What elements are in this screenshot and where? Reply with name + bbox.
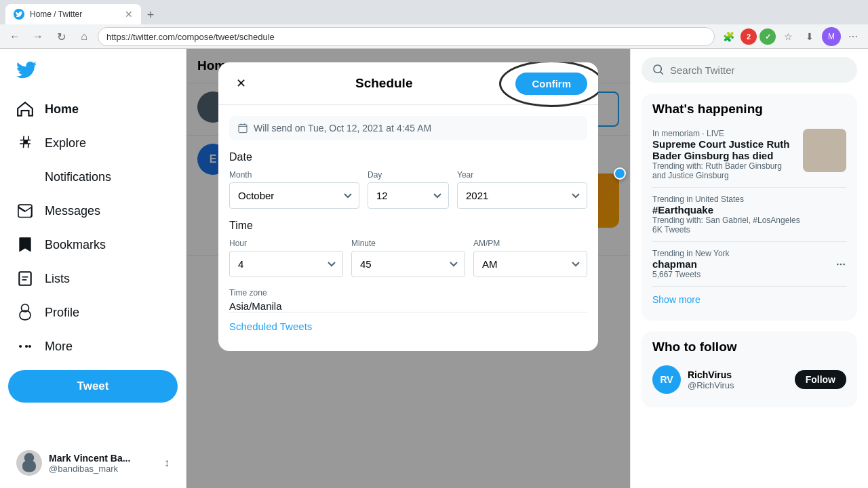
sidebar-item-explore[interactable]: Explore (8, 127, 178, 159)
lists-icon (16, 270, 34, 287)
year-label: Year (457, 170, 587, 180)
trending-count-1: Trending with: San Gabriel, #LosAngeles (652, 216, 846, 225)
ampm-label: AM/PM (473, 239, 587, 248)
notifications-icon (16, 168, 34, 186)
trending-term-0: Supreme Court Justice Ruth Bader Ginsbur… (652, 138, 797, 161)
trending-context-1: Trending in United States (652, 195, 846, 204)
twitter-logo[interactable] (8, 54, 178, 88)
minute-label: Minute (351, 239, 465, 248)
trending-item-1[interactable]: Trending in United States #Earthquake Tr… (652, 188, 846, 242)
tweet-button[interactable]: Tweet (8, 370, 178, 403)
search-box[interactable] (642, 57, 857, 83)
sidebar-profile-label: Profile (45, 306, 79, 320)
time-row: Hour 4 Minute 45 AM/PM (229, 239, 587, 277)
sidebar-item-more[interactable]: More (8, 331, 178, 362)
forward-button[interactable]: → (28, 27, 47, 46)
tab-close-icon[interactable]: ✕ (125, 9, 133, 20)
sidebar-profile[interactable]: Mark Vincent Ba... @bandibas_mark ↕ (8, 443, 178, 483)
sidebar-profile-handle: @bandibas_mark (49, 464, 157, 474)
trending-item-0[interactable]: In memoriam · LIVE Supreme Court Justice… (652, 122, 846, 188)
home-button[interactable]: ⌂ (75, 27, 94, 46)
new-tab-button[interactable]: + (141, 5, 160, 24)
show-more-trending[interactable]: Show more (652, 287, 846, 312)
more-icon (16, 338, 34, 355)
trending-context-0: In memoriam · LIVE (652, 129, 797, 138)
hour-field: Hour 4 (229, 239, 343, 277)
modal-header: ✕ Schedule Confirm (218, 62, 598, 105)
date-label: Date (229, 151, 587, 163)
sidebar-notifications-label: Notifications (45, 170, 111, 184)
modal-overlay[interactable]: ✕ Schedule Confirm Will send on Tue, Oct… (186, 49, 630, 488)
minute-select[interactable]: 45 (351, 251, 465, 277)
month-select[interactable]: October (229, 182, 359, 209)
modal-body: Will send on Tue, Oct 12, 2021 at 4:45 A… (218, 105, 598, 351)
menu-icon[interactable]: ⋯ (844, 27, 863, 46)
schedule-modal: ✕ Schedule Confirm Will send on Tue, Oct… (218, 62, 598, 351)
address-bar[interactable]: https://twitter.com/compose/tweet/schedu… (98, 27, 715, 46)
year-select[interactable]: 2021 (457, 182, 587, 209)
who-to-follow-title: Who to follow (652, 340, 846, 354)
sidebar-item-messages[interactable]: Messages (8, 195, 178, 226)
follow-name-0: RichVirus (688, 369, 788, 380)
show-more-label: Show more (652, 294, 701, 305)
month-label: Month (229, 170, 359, 180)
profile-icon (16, 304, 34, 321)
follow-button-0[interactable]: Follow (795, 370, 846, 389)
back-button[interactable]: ← (5, 27, 24, 46)
sidebar-messages-label: Messages (45, 204, 100, 218)
url-text: https://twitter.com/compose/tweet/schedu… (106, 32, 275, 42)
who-to-follow-box: Who to follow RV RichVirus @RichVirus Fo… (642, 331, 857, 407)
send-info-text: Will send on Tue, Oct 12, 2021 at 4:45 A… (254, 123, 431, 134)
day-label: Day (368, 170, 449, 180)
extensions-icon[interactable]: 🧩 (719, 27, 738, 46)
ampm-select[interactable]: AM PM (473, 251, 587, 277)
browser-profile-icon[interactable]: M (822, 27, 841, 46)
sidebar-item-bookmarks[interactable]: Bookmarks (8, 229, 178, 260)
hour-label: Hour (229, 239, 343, 248)
modal-title: Schedule (355, 76, 412, 91)
year-field: Year 2021 (457, 170, 587, 209)
follow-handle-0: @RichVirus (688, 380, 788, 390)
follow-item-0: RV RichVirus @RichVirus Follow (652, 360, 846, 399)
reload-button[interactable]: ↻ (52, 27, 71, 46)
trending-term-2: chapman (652, 258, 830, 270)
sidebar-item-notifications[interactable]: Notifications (8, 161, 178, 192)
sidebar: Home Explore Notifications Messages Book… (0, 49, 186, 488)
sidebar-item-home[interactable]: Home (8, 94, 178, 125)
explore-icon (16, 134, 34, 152)
trending-image-0 (803, 129, 846, 172)
download-icon[interactable]: ⬇ (800, 27, 819, 46)
hour-select[interactable]: 4 (229, 251, 343, 277)
search-input[interactable] (670, 64, 846, 76)
sidebar-item-profile[interactable]: Profile (8, 297, 178, 328)
day-select[interactable]: 12 (368, 182, 449, 209)
sidebar-item-lists[interactable]: Lists (8, 263, 178, 294)
ext-red-icon[interactable]: 2 (741, 28, 757, 45)
ext-green-icon[interactable]: ✓ (760, 28, 776, 45)
tab-favicon (14, 9, 24, 20)
home-icon (16, 100, 34, 118)
schedule-info: Will send on Tue, Oct 12, 2021 at 4:45 A… (229, 116, 587, 140)
sidebar-profile-info: Mark Vincent Ba... @bandibas_mark (49, 453, 157, 474)
bookmark-icon[interactable]: ☆ (778, 27, 797, 46)
follow-info-0: RichVirus @RichVirus (688, 369, 788, 390)
trending-item-2[interactable]: Trending in New York chapman 5,667 Tweet… (652, 242, 846, 287)
messages-icon (16, 202, 34, 220)
sidebar-more-label: More (45, 340, 73, 354)
sidebar-explore-label: Explore (45, 136, 86, 150)
active-tab[interactable]: Home / Twitter ✕ (5, 4, 141, 24)
modal-close-button[interactable]: ✕ (229, 72, 252, 95)
sidebar-profile-name: Mark Vincent Ba... (49, 453, 157, 464)
confirm-button[interactable]: Confirm (515, 73, 587, 95)
timezone-value: Asia/Manila (229, 300, 587, 312)
trending-title: What's happening (652, 102, 846, 117)
sidebar-bookmarks-label: Bookmarks (45, 238, 106, 252)
timezone-section: Time zone Asia/Manila (229, 288, 587, 312)
scheduled-tweets-link[interactable]: Scheduled Tweets (229, 312, 587, 340)
calendar-icon (237, 123, 248, 134)
date-row: Month October Day 12 Year (229, 170, 587, 209)
bookmarks-icon (16, 236, 34, 253)
timezone-label: Time zone (229, 288, 587, 298)
sidebar-home-label: Home (45, 102, 79, 117)
trending-extra-1: 6K Tweets (652, 225, 846, 235)
